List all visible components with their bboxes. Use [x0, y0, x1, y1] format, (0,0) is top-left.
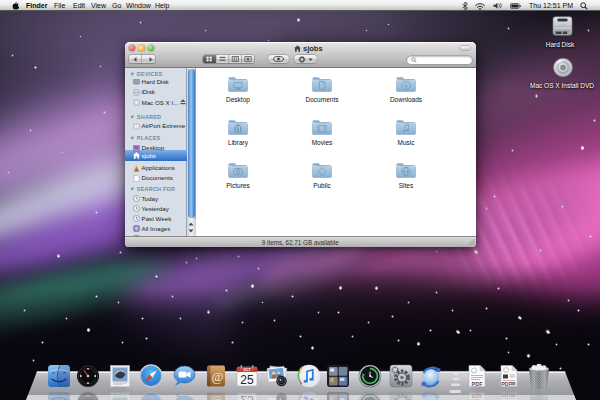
svg-text:PDF: PDF	[472, 380, 484, 386]
svg-text:PDF: PDF	[501, 380, 511, 386]
svg-text:@: @	[212, 368, 224, 383]
svg-text:25: 25	[240, 372, 254, 386]
